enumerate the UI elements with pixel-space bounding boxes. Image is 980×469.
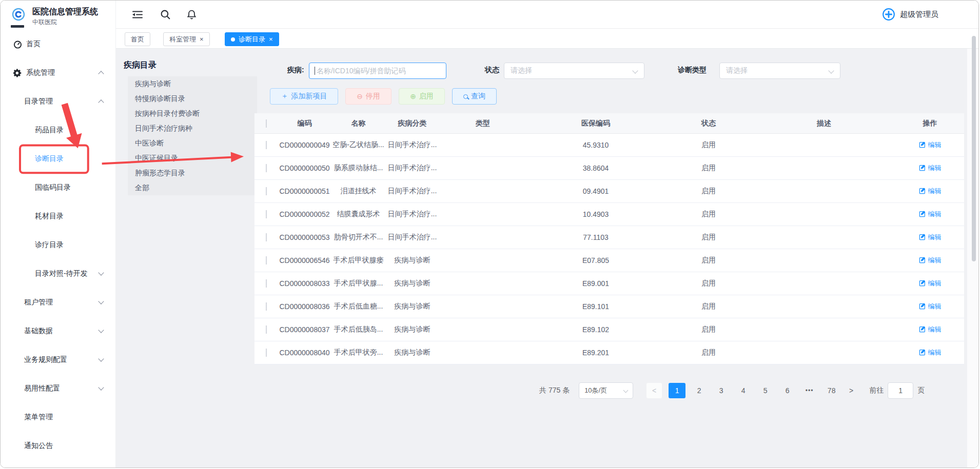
user-menu[interactable]: 超级管理员 (882, 8, 938, 21)
edit-button[interactable]: 编辑 (919, 187, 942, 196)
close-icon[interactable]: × (269, 36, 273, 43)
row-checkbox[interactable] (266, 279, 267, 288)
edit-label: 编辑 (928, 325, 942, 334)
edit-icon (919, 187, 926, 196)
edit-button[interactable]: 编辑 (919, 164, 942, 173)
catalog-tree-item-疾病与诊断[interactable]: 疾病与诊断 (128, 76, 257, 91)
row-checkbox-cell (254, 279, 278, 288)
next-page-button[interactable]: > (844, 383, 859, 398)
sidebar-item-诊断目录[interactable]: 诊断目录 (1, 145, 115, 173)
cell-status: 启用 (665, 302, 752, 311)
query-button[interactable]: 查询 (452, 88, 497, 105)
close-icon[interactable]: × (200, 36, 204, 43)
row-checkbox[interactable] (266, 141, 267, 149)
edit-label: 编辑 (928, 210, 942, 219)
sidebar-item-label: 国临码目录 (35, 183, 71, 192)
edit-button[interactable]: 编辑 (919, 233, 942, 242)
row-checkbox[interactable] (266, 187, 267, 195)
row-checkbox[interactable] (266, 233, 267, 241)
edit-button[interactable]: 编辑 (919, 210, 942, 219)
tab-科室管理[interactable]: 科室管理× (163, 32, 210, 46)
catalog-tree-item-特慢病诊断目录[interactable]: 特慢病诊断目录 (128, 91, 257, 106)
sidebar-item-label: 系统管理 (26, 68, 55, 77)
edit-button[interactable]: 编辑 (919, 140, 942, 150)
diagnosis-type-select[interactable]: 请选择 (719, 63, 840, 79)
edit-button[interactable]: 编辑 (919, 256, 942, 265)
catalog-tree-item-按病种目录付费诊断[interactable]: 按病种目录付费诊断 (128, 106, 257, 121)
edit-button[interactable]: 编辑 (919, 302, 942, 311)
sidebar-item-基础数据[interactable]: 基础数据 (1, 317, 115, 345)
disease-search-field[interactable] (309, 63, 446, 79)
pagination-ellipsis[interactable]: ••• (801, 387, 818, 394)
row-checkbox[interactable] (266, 325, 267, 334)
catalog-tree-item-中医诊断[interactable]: 中医诊断 (128, 136, 257, 151)
row-checkbox[interactable] (266, 256, 267, 264)
table-row-CD0000008033: CD0000008033手术后甲状腺...疾病与诊断E89.001启用编辑 (254, 272, 964, 295)
sidebar-item-易用性配置[interactable]: 易用性配置 (1, 374, 115, 403)
cell-actions: 编辑 (896, 279, 964, 288)
tab-首页[interactable]: 首页 (125, 32, 150, 46)
row-checkbox[interactable] (266, 210, 267, 218)
page-button-4[interactable]: 4 (735, 383, 752, 398)
vertical-scrollbar[interactable] (972, 36, 976, 261)
edit-icon (919, 210, 926, 219)
chevron-down-icon (98, 356, 104, 361)
catalog-tree-item-肿瘤形态学目录[interactable]: 肿瘤形态学目录 (128, 166, 257, 180)
catalog-tree-item-全部[interactable]: 全部 (128, 180, 257, 195)
disease-search-input[interactable] (316, 66, 441, 75)
page-button-6[interactable]: 6 (779, 383, 796, 398)
status-select[interactable]: 请选择 (504, 63, 644, 79)
prev-page-button[interactable]: < (646, 383, 662, 398)
page-button-5[interactable]: 5 (757, 383, 774, 398)
cell-name: 空肠-乙状结肠... (331, 140, 385, 150)
chevron-up-icon (98, 99, 104, 105)
cell-code: CD0000000049 (278, 141, 331, 149)
sidebar-item-国临码目录[interactable]: 国临码目录 (1, 173, 115, 202)
sidebar-item-菜单管理[interactable]: 菜单管理 (1, 403, 115, 432)
edit-button[interactable]: 编辑 (919, 325, 942, 334)
sidebar-item-诊疗目录[interactable]: 诊疗目录 (1, 231, 115, 259)
edit-label: 编辑 (928, 187, 942, 196)
catalog-tree-item-日间手术治疗病种[interactable]: 日间手术治疗病种 (128, 121, 257, 136)
catalog-tree-item-中医证候目录[interactable]: 中医证候目录 (128, 151, 257, 166)
page-button-1[interactable]: 1 (669, 383, 685, 398)
page-size-select[interactable]: 10条/页 (579, 382, 633, 399)
status-select-placeholder: 请选择 (511, 66, 532, 75)
edit-button[interactable]: 编辑 (919, 348, 942, 357)
sidebar-item-耗材目录[interactable]: 耗材目录 (1, 202, 115, 231)
cell-code: CD0000008040 (278, 349, 331, 357)
edit-button[interactable]: 编辑 (919, 279, 942, 288)
cell-code: CD0000000052 (278, 210, 331, 218)
sidebar-item-通知公告[interactable]: 通知公告 (1, 432, 115, 460)
disable-button[interactable]: ⊖停用 (345, 88, 391, 105)
tab-诊断目录[interactable]: 诊断目录× (225, 32, 279, 46)
row-checkbox[interactable] (266, 302, 267, 311)
admin-avatar-icon (882, 8, 895, 21)
row-checkbox[interactable] (266, 164, 267, 172)
cell-code: CD0000000050 (278, 164, 331, 172)
sidebar-item-系统管理[interactable]: 系统管理 (1, 58, 115, 87)
sidebar-item-首页[interactable]: 首页 (1, 30, 115, 58)
sidebar-item-租户管理[interactable]: 租户管理 (1, 288, 115, 317)
sidebar-item-label: 通知公告 (24, 441, 53, 451)
sidebar-item-目录管理[interactable]: 目录管理 (1, 87, 115, 116)
goto-page-input[interactable] (888, 382, 913, 399)
enable-button[interactable]: ⊕启用 (399, 88, 445, 105)
sidebar-item-目录对照-待开发[interactable]: 目录对照-待开发 (1, 259, 115, 288)
edit-label: 编辑 (928, 256, 942, 265)
sidebar-item-业务规则配置[interactable]: 业务规则配置 (1, 345, 115, 374)
search-icon[interactable] (160, 9, 171, 20)
menu-collapse-icon[interactable] (132, 9, 143, 20)
select-all-checkbox[interactable] (266, 119, 267, 128)
row-checkbox[interactable] (266, 349, 267, 357)
add-item-button[interactable]: ＋添加新项目 (270, 88, 338, 105)
table-row-CD0000000051: CD0000000051泪道挂线术日间手术治疗...09.4901启用编辑 (254, 180, 964, 203)
bell-icon[interactable] (186, 9, 197, 20)
sidebar-item-label: 基础数据 (24, 327, 53, 336)
page-button-3[interactable]: 3 (713, 383, 730, 398)
cell-actions: 编辑 (896, 325, 964, 334)
last-page-button[interactable]: 78 (823, 383, 840, 398)
sidebar-item-药品目录[interactable]: 药品目录 (1, 116, 115, 145)
cell-code: CD0000008036 (278, 302, 331, 311)
page-button-2[interactable]: 2 (691, 383, 708, 398)
